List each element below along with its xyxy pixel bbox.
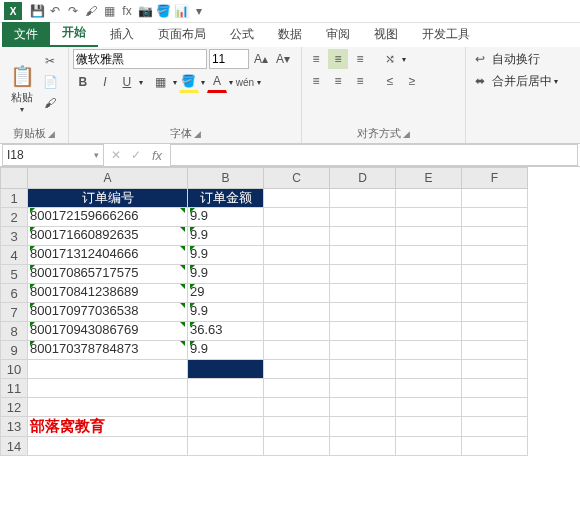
fx-icon[interactable]: fx (118, 2, 136, 20)
save-icon[interactable]: 💾 (28, 2, 46, 20)
cell-C14[interactable] (264, 437, 330, 456)
cell-F7[interactable] (462, 303, 528, 322)
col-header-B[interactable]: B (188, 168, 264, 189)
cell-B7[interactable]: 9.9 (188, 303, 264, 322)
cell-A6[interactable]: 800170841238689 (28, 284, 188, 303)
dialog-launcher-icon[interactable]: ◢ (403, 129, 410, 139)
row-header-7[interactable]: 7 (1, 303, 28, 322)
tab-home[interactable]: 开始 (50, 20, 98, 47)
cell-D9[interactable] (330, 341, 396, 360)
cell-A4[interactable]: 800171312404666 (28, 246, 188, 265)
brush-icon[interactable]: 🖌 (82, 2, 100, 20)
formula-bar[interactable] (170, 144, 578, 166)
cell-F6[interactable] (462, 284, 528, 303)
underline-button[interactable]: U (117, 72, 137, 92)
row-header-2[interactable]: 2 (1, 208, 28, 227)
cell-E7[interactable] (396, 303, 462, 322)
align-top-icon[interactable]: ≡ (306, 49, 326, 69)
cell-E1[interactable] (396, 189, 462, 208)
chevron-down-icon[interactable]: ▾ (173, 78, 177, 87)
italic-button[interactable]: I (95, 72, 115, 92)
cell-A14[interactable] (28, 437, 188, 456)
tab-insert[interactable]: 插入 (98, 22, 146, 47)
fill-icon[interactable]: 🪣 (154, 2, 172, 20)
cell-B12[interactable] (188, 398, 264, 417)
cell-E12[interactable] (396, 398, 462, 417)
cell-E4[interactable] (396, 246, 462, 265)
cell-F2[interactable] (462, 208, 528, 227)
cell-E5[interactable] (396, 265, 462, 284)
cell-C1[interactable] (264, 189, 330, 208)
cell-B9[interactable]: 9.9 (188, 341, 264, 360)
merge-center-button[interactable]: ⬌ 合并后居中 ▾ (470, 71, 576, 91)
cell-B3[interactable]: 9.9 (188, 227, 264, 246)
cell-E10[interactable] (396, 360, 462, 379)
wrap-text-button[interactable]: ↩ 自动换行 (470, 49, 576, 69)
cell-E2[interactable] (396, 208, 462, 227)
font-size-input[interactable] (209, 49, 249, 69)
cell-B5[interactable]: 9.9 (188, 265, 264, 284)
cell-A12[interactable] (28, 398, 188, 417)
cell-B2[interactable]: 9.9 (188, 208, 264, 227)
chevron-down-icon[interactable]: ▾ (229, 78, 233, 87)
row-header-12[interactable]: 12 (1, 398, 28, 417)
cell-C6[interactable] (264, 284, 330, 303)
cell-A10[interactable] (28, 360, 188, 379)
enter-icon[interactable]: ✓ (126, 145, 146, 165)
cell-F4[interactable] (462, 246, 528, 265)
row-header-6[interactable]: 6 (1, 284, 28, 303)
cell-D12[interactable] (330, 398, 396, 417)
cell-C10[interactable] (264, 360, 330, 379)
copy-icon[interactable]: 📄 (40, 72, 60, 92)
tab-layout[interactable]: 页面布局 (146, 22, 218, 47)
cell-C2[interactable] (264, 208, 330, 227)
cell-D2[interactable] (330, 208, 396, 227)
border-icon[interactable]: ▦ (100, 2, 118, 20)
undo-icon[interactable]: ↶ (46, 2, 64, 20)
tab-dev[interactable]: 开发工具 (410, 22, 482, 47)
cell-C3[interactable] (264, 227, 330, 246)
more-icon[interactable]: ▾ (190, 2, 208, 20)
camera-icon[interactable]: 📷 (136, 2, 154, 20)
cell-E11[interactable] (396, 379, 462, 398)
cell-F3[interactable] (462, 227, 528, 246)
cell-D14[interactable] (330, 437, 396, 456)
cell-D7[interactable] (330, 303, 396, 322)
dialog-launcher-icon[interactable]: ◢ (48, 129, 55, 139)
cell-A13[interactable]: 部落窝教育 (28, 417, 188, 437)
col-header-C[interactable]: C (264, 168, 330, 189)
row-header-8[interactable]: 8 (1, 322, 28, 341)
paste-button[interactable]: 📋 粘贴 ▾ (4, 49, 40, 126)
row-header-13[interactable]: 13 (1, 417, 28, 437)
decrease-indent-icon[interactable]: ≤ (380, 71, 400, 91)
cell-F13[interactable] (462, 417, 528, 437)
dialog-launcher-icon[interactable]: ◢ (194, 129, 201, 139)
decrease-font-icon[interactable]: A▾ (273, 49, 293, 69)
chevron-down-icon[interactable]: ▾ (402, 55, 406, 64)
align-left-icon[interactable]: ≡ (306, 71, 326, 91)
tab-review[interactable]: 审阅 (314, 22, 362, 47)
fill-color-button[interactable]: 🪣 (179, 71, 199, 93)
table-icon[interactable]: 📊 (172, 2, 190, 20)
cell-E9[interactable] (396, 341, 462, 360)
chevron-down-icon[interactable]: ▾ (201, 78, 205, 87)
cell-C4[interactable] (264, 246, 330, 265)
cell-C9[interactable] (264, 341, 330, 360)
cut-icon[interactable]: ✂ (40, 51, 60, 71)
row-header-5[interactable]: 5 (1, 265, 28, 284)
phonetic-button[interactable]: wén (235, 72, 255, 92)
cell-C7[interactable] (264, 303, 330, 322)
cell-D6[interactable] (330, 284, 396, 303)
cell-A2[interactable]: 800172159666266 (28, 208, 188, 227)
select-all[interactable] (1, 168, 28, 189)
row-header-10[interactable]: 10 (1, 360, 28, 379)
cell-C5[interactable] (264, 265, 330, 284)
align-center-icon[interactable]: ≡ (328, 71, 348, 91)
cell-E14[interactable] (396, 437, 462, 456)
align-bottom-icon[interactable]: ≡ (350, 49, 370, 69)
cell-F1[interactable] (462, 189, 528, 208)
cell-D13[interactable] (330, 417, 396, 437)
cell-E13[interactable] (396, 417, 462, 437)
row-header-14[interactable]: 14 (1, 437, 28, 456)
align-right-icon[interactable]: ≡ (350, 71, 370, 91)
